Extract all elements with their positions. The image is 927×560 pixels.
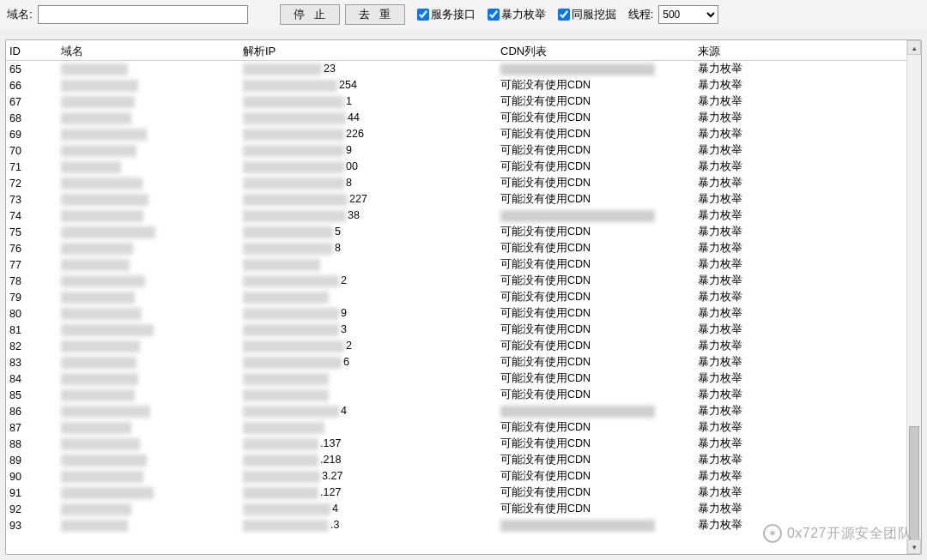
cell-id: 72 bbox=[9, 178, 61, 190]
cell-ip bbox=[243, 291, 500, 304]
cell-cdn: 可能没有使用CDN bbox=[500, 94, 698, 109]
table-row[interactable]: 728可能没有使用CDN暴力枚举 bbox=[6, 175, 921, 191]
stop-button[interactable]: 停 止 bbox=[280, 4, 340, 25]
cell-source: 暴力枚举 bbox=[698, 420, 921, 435]
cell-domain bbox=[61, 356, 243, 369]
threads-label: 线程: bbox=[628, 7, 654, 22]
cell-source: 暴力枚举 bbox=[698, 192, 921, 207]
table-row[interactable]: 768可能没有使用CDN暴力枚举 bbox=[6, 240, 921, 256]
table-row[interactable]: 69226可能没有使用CDN暴力枚举 bbox=[6, 126, 921, 142]
cell-ip: 4 bbox=[243, 503, 500, 515]
threads-select[interactable]: 500 bbox=[658, 5, 718, 24]
table-row[interactable]: 709可能没有使用CDN暴力枚举 bbox=[6, 142, 921, 159]
cell-domain bbox=[61, 421, 243, 434]
checkbox-brute[interactable]: 暴力枚举 bbox=[488, 7, 546, 22]
table-row[interactable]: 822可能没有使用CDN暴力枚举 bbox=[6, 338, 921, 354]
header-src[interactable]: 来源 bbox=[698, 44, 921, 59]
table-row[interactable]: 77可能没有使用CDN暴力枚举 bbox=[6, 256, 921, 273]
header-ip[interactable]: 解析IP bbox=[243, 44, 500, 59]
cell-source: 暴力枚举 bbox=[698, 274, 921, 288]
table-row[interactable]: 6523暴力枚举 bbox=[6, 61, 921, 77]
cell-id: 91 bbox=[9, 487, 61, 499]
cell-cdn: 可能没有使用CDN bbox=[500, 225, 698, 239]
cell-ip: .127 bbox=[243, 486, 500, 499]
cell-id: 82 bbox=[9, 340, 61, 352]
domain-input[interactable] bbox=[38, 5, 248, 24]
checkbox-service[interactable]: 服务接口 bbox=[417, 7, 476, 22]
cell-cdn: 可能没有使用CDN bbox=[500, 355, 698, 370]
cell-source: 暴力枚举 bbox=[698, 241, 921, 256]
cell-source: 暴力枚举 bbox=[698, 355, 921, 370]
table-row[interactable]: 809可能没有使用CDN暴力枚举 bbox=[6, 305, 921, 322]
cell-cdn: 可能没有使用CDN bbox=[500, 274, 698, 288]
cell-domain bbox=[61, 226, 243, 238]
table-row[interactable]: 73227可能没有使用CDN暴力枚举 bbox=[6, 191, 921, 208]
cell-cdn: 可能没有使用CDN bbox=[500, 111, 698, 125]
table-row[interactable]: 755可能没有使用CDN暴力枚举 bbox=[6, 224, 921, 240]
cell-ip-suffix: .3 bbox=[330, 519, 339, 531]
table-row[interactable]: 93.3暴力枚举 bbox=[6, 517, 921, 533]
cell-id: 85 bbox=[9, 389, 61, 401]
cell-ip-suffix: 5 bbox=[335, 226, 341, 238]
cell-source: 暴力枚举 bbox=[698, 469, 921, 484]
table-row[interactable]: 813可能没有使用CDN暴力枚举 bbox=[6, 322, 921, 338]
cell-domain bbox=[61, 519, 243, 532]
scroll-up-icon[interactable]: ▴ bbox=[907, 40, 921, 55]
table-row[interactable]: 6844可能没有使用CDN暴力枚举 bbox=[6, 110, 921, 126]
cell-ip: 226 bbox=[243, 128, 500, 141]
cell-cdn: 可能没有使用CDN bbox=[500, 453, 698, 467]
checkbox-sameserver-input[interactable] bbox=[558, 9, 570, 21]
cell-id: 79 bbox=[9, 292, 61, 304]
cell-id: 73 bbox=[9, 194, 61, 206]
cell-cdn: 可能没有使用CDN bbox=[500, 371, 698, 386]
table-row[interactable]: 89.218可能没有使用CDN暴力枚举 bbox=[6, 452, 921, 468]
header-cdn[interactable]: CDN列表 bbox=[500, 44, 698, 59]
cell-cdn: 可能没有使用CDN bbox=[500, 143, 698, 158]
cell-ip-suffix: 6 bbox=[343, 356, 349, 368]
table-row[interactable]: 88.137可能没有使用CDN暴力枚举 bbox=[6, 436, 921, 452]
cell-source: 暴力枚举 bbox=[698, 111, 921, 125]
cell-ip: 00 bbox=[243, 160, 500, 173]
scrollbar[interactable]: ▴ ▾ bbox=[906, 40, 921, 554]
cell-domain bbox=[61, 209, 243, 222]
table-row[interactable]: 836可能没有使用CDN暴力枚举 bbox=[6, 354, 921, 370]
cell-cdn bbox=[500, 519, 698, 532]
cell-ip: 2 bbox=[243, 274, 500, 287]
cell-cdn: 可能没有使用CDN bbox=[500, 322, 698, 337]
table-row[interactable]: 85可能没有使用CDN暴力枚举 bbox=[6, 387, 921, 403]
table-row[interactable]: 84可能没有使用CDN暴力枚举 bbox=[6, 370, 921, 387]
checkbox-brute-input[interactable] bbox=[488, 9, 500, 21]
table-row[interactable]: 79可能没有使用CDN暴力枚举 bbox=[6, 289, 921, 305]
checkbox-service-input[interactable] bbox=[417, 9, 429, 21]
table-row[interactable]: 7438暴力枚举 bbox=[6, 208, 921, 224]
cell-ip: 2 bbox=[243, 340, 500, 352]
cell-source: 暴力枚举 bbox=[698, 94, 921, 109]
table-row[interactable]: 903.27可能没有使用CDN暴力枚举 bbox=[6, 468, 921, 485]
cell-ip: 9 bbox=[243, 307, 500, 320]
header-id[interactable]: ID bbox=[9, 45, 61, 57]
cell-source: 暴力枚举 bbox=[698, 404, 921, 418]
checkbox-sameserver[interactable]: 同服挖掘 bbox=[558, 7, 616, 22]
table-row[interactable]: 864暴力枚举 bbox=[6, 403, 921, 419]
cell-id: 69 bbox=[9, 129, 61, 141]
table-row[interactable]: 924可能没有使用CDN暴力枚举 bbox=[6, 501, 921, 517]
dedup-button[interactable]: 去 重 bbox=[345, 4, 405, 25]
header-domain[interactable]: 域名 bbox=[61, 44, 243, 59]
table-row[interactable]: 66254可能没有使用CDN暴力枚举 bbox=[6, 77, 921, 93]
cell-id: 90 bbox=[9, 471, 61, 483]
cell-id: 76 bbox=[9, 243, 61, 255]
cell-ip: 8 bbox=[243, 242, 500, 255]
cell-ip-suffix: 9 bbox=[341, 307, 347, 319]
table-row[interactable]: 7100可能没有使用CDN暴力枚举 bbox=[6, 159, 921, 175]
table-row[interactable]: 87可能没有使用CDN暴力枚举 bbox=[6, 419, 921, 436]
table-row[interactable]: 782可能没有使用CDN暴力枚举 bbox=[6, 273, 921, 289]
scroll-thumb[interactable] bbox=[909, 426, 919, 546]
table-row[interactable]: 91.127可能没有使用CDN暴力枚举 bbox=[6, 485, 921, 501]
cell-domain bbox=[61, 291, 243, 304]
cell-ip: .218 bbox=[243, 454, 500, 467]
table-row[interactable]: 671可能没有使用CDN暴力枚举 bbox=[6, 93, 921, 110]
cell-source: 暴力枚举 bbox=[698, 502, 921, 516]
scroll-down-icon[interactable]: ▾ bbox=[907, 539, 921, 554]
cell-domain bbox=[61, 177, 243, 190]
cell-domain bbox=[61, 274, 243, 287]
